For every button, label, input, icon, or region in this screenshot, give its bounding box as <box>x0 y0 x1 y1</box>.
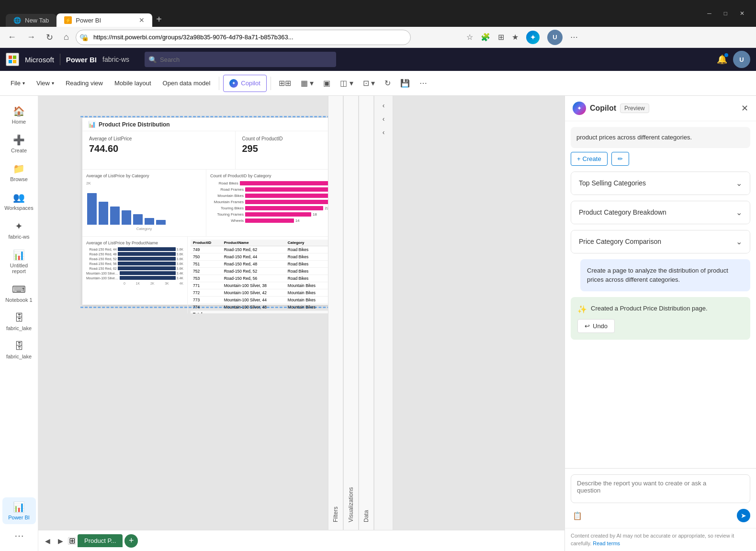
bar-4 <box>122 210 131 225</box>
hbar-label-4: Touring Bikes <box>210 206 244 210</box>
undo-button[interactable]: ↩ Undo <box>577 319 615 333</box>
copilot-close-button[interactable]: ✕ <box>741 103 748 114</box>
sidebar-more-button[interactable]: ⋯ <box>11 526 28 545</box>
bar-3 <box>110 207 120 225</box>
address-input[interactable] <box>76 30 411 45</box>
td-id-5: 771 <box>191 282 222 289</box>
data-panel-tab[interactable]: Data <box>359 96 374 530</box>
collapse-data-button[interactable]: ‹ <box>381 126 387 138</box>
notification-button[interactable]: 🔔 <box>717 54 727 65</box>
refresh-button[interactable]: ↻ <box>381 75 395 92</box>
forward-button[interactable]: → <box>23 30 39 44</box>
sidebar-item-fabriclake1[interactable]: 🗄 fabric_lake <box>2 309 36 335</box>
sidebar-item-home[interactable]: 🏠 Home <box>2 102 36 128</box>
visual-title-icon: 📊 <box>88 121 96 128</box>
read-terms-link[interactable]: Read terms <box>593 540 620 546</box>
extensions-button[interactable]: 🧩 <box>478 28 493 47</box>
sidebar-item-create[interactable]: ➕ Create <box>2 130 36 157</box>
page-tab-product[interactable]: ⊞ Product P... <box>68 534 123 547</box>
favorites-button[interactable]: ☆ <box>463 28 476 47</box>
prod-label-4: Road-150 Red, 62 <box>86 267 117 270</box>
accordion-header-product-category[interactable]: Product Category Breakdown ⌄ <box>571 201 750 224</box>
sidebar-item-fabriclake2[interactable]: 🗄 fabric_lake <box>2 337 36 363</box>
tab-close-btn[interactable]: ✕ <box>139 16 145 24</box>
clipboard-button[interactable]: 📋 <box>571 509 584 522</box>
appbar-search-input[interactable] <box>145 52 336 67</box>
ribbon-icon-5[interactable]: ⊡ ▾ <box>359 75 379 92</box>
ribbon-icon-2[interactable]: ▦ ▾ <box>297 75 317 92</box>
new-tab-button[interactable]: + <box>152 12 166 27</box>
reading-view-button[interactable]: Reading view <box>61 75 108 92</box>
ribbon-icon-3[interactable]: ▣ <box>319 75 334 92</box>
prod-label-3: Road-150 Red, 56 <box>86 262 117 265</box>
visualizations-panel-tab[interactable]: Visualizations <box>343 96 359 530</box>
td-cat-1: Road Bikes <box>285 253 329 261</box>
sidebar-item-workspaces[interactable]: 👥 Workspaces <box>2 188 36 215</box>
open-data-model-label: Open data model <box>163 80 211 87</box>
collapse-filters-button[interactable]: ‹ <box>381 100 387 111</box>
td-id-8: 774 <box>191 304 222 311</box>
collapse-viz-button[interactable]: ‹ <box>381 113 387 125</box>
copilot-edge-button[interactable]: ✦ <box>523 28 542 47</box>
hbar-5 <box>245 212 311 217</box>
mobile-layout-button[interactable]: Mobile layout <box>110 75 156 92</box>
home-icon: 🏠 <box>13 105 25 117</box>
home-button[interactable]: ⌂ <box>60 30 73 44</box>
accordion-header-top-selling[interactable]: Top Selling Categories ⌄ <box>571 172 750 195</box>
minimize-button[interactable]: ─ <box>701 8 717 19</box>
copilot-ribbon-button[interactable]: ✦ Copilot <box>223 75 266 92</box>
save-button[interactable]: 💾 <box>396 75 414 92</box>
hbar-label-0: Road Bikes <box>210 181 238 185</box>
maximize-button[interactable]: □ <box>718 8 733 19</box>
copilot-input-field[interactable] <box>571 474 750 503</box>
user-avatar[interactable]: U <box>733 51 750 68</box>
sidebar-item-untitled-report[interactable]: 📊 Untitled report <box>2 245 36 278</box>
favorites-bar-button[interactable]: ★ <box>509 28 521 47</box>
browser-tabs: 🌐 New Tab ⚡ Power BI ✕ + <box>6 0 166 27</box>
sidebar-lake1-label: fabric_lake <box>6 325 32 331</box>
page-nav-back[interactable]: ◀ <box>42 535 53 547</box>
user-profile-button[interactable]: U <box>544 28 565 47</box>
edit-button[interactable]: ✏ <box>611 152 629 166</box>
notification-dot <box>724 53 728 57</box>
chart-avg-price-by-category: Average of ListPrice by Category 2K Cate… <box>82 170 206 236</box>
sidebar-create-label: Create <box>11 148 27 153</box>
appbar: Microsoft Power BI fabric-ws 🔍 🔔 U <box>0 48 756 71</box>
sidebar-item-notebook[interactable]: ⌨ Notebook 1 <box>2 280 36 307</box>
td-cat-0: Road Bikes <box>285 246 329 253</box>
view-menu-button[interactable]: View ▾ <box>32 75 59 92</box>
ai-msg-header: ✨ Created a Product Price Distribution p… <box>577 304 744 315</box>
file-menu-button[interactable]: File ▾ <box>6 75 30 92</box>
close-window-button[interactable]: ✕ <box>734 8 750 19</box>
user-message-bubble: Create a page to analyze the distributio… <box>580 259 750 291</box>
sidebar-item-fabricws[interactable]: ✦ fabric-ws <box>2 217 36 243</box>
sidebar-item-browse[interactable]: 📁 Browse <box>2 159 36 186</box>
td-id-6: 772 <box>191 289 222 297</box>
back-button[interactable]: ← <box>4 30 20 44</box>
filters-panel-tab[interactable]: Filters <box>328 96 343 530</box>
page-nav-forward[interactable]: ▶ <box>55 535 66 547</box>
page-tab-label-wrap[interactable]: Product P... <box>78 534 123 547</box>
waffle-menu-button[interactable] <box>6 53 19 66</box>
ribbon-icon-1[interactable]: ⊞⊞ <box>275 75 295 92</box>
split-view-button[interactable]: ⊞ <box>495 28 507 47</box>
tab-inactive[interactable]: 🌐 New Tab <box>6 14 56 27</box>
tab-active[interactable]: ⚡ Power BI ✕ <box>56 13 152 27</box>
browser-more-button[interactable]: ⋯ <box>567 28 581 47</box>
accordion-header-price-category[interactable]: Price Category Comparison ⌄ <box>571 230 750 253</box>
ribbon-icon-4[interactable]: ◫ ▾ <box>336 75 357 92</box>
accordion-title-1: Product Category Breakdown <box>579 208 666 216</box>
open-data-model-button[interactable]: Open data model <box>158 75 215 92</box>
td-id-3: 752 <box>191 268 222 275</box>
mobile-layout-label: Mobile layout <box>114 80 151 87</box>
send-button[interactable]: ➤ <box>737 509 750 522</box>
td-name-3: Road-150 Red, 52 <box>222 268 285 275</box>
add-page-button[interactable]: + <box>124 534 138 548</box>
prod-val-1: 3.6K <box>177 253 183 256</box>
reload-button[interactable]: ↻ <box>42 30 57 45</box>
sidebar-item-powerbi[interactable]: 📊 Power BI <box>2 497 36 524</box>
more-options-button[interactable]: ⋯ <box>416 75 431 92</box>
sidebar-fabricws-label: fabric-ws <box>8 234 29 240</box>
create-button[interactable]: + Create <box>571 152 608 166</box>
prod-hbar-3: Road-150 Red, 56 3.6K <box>86 262 183 265</box>
